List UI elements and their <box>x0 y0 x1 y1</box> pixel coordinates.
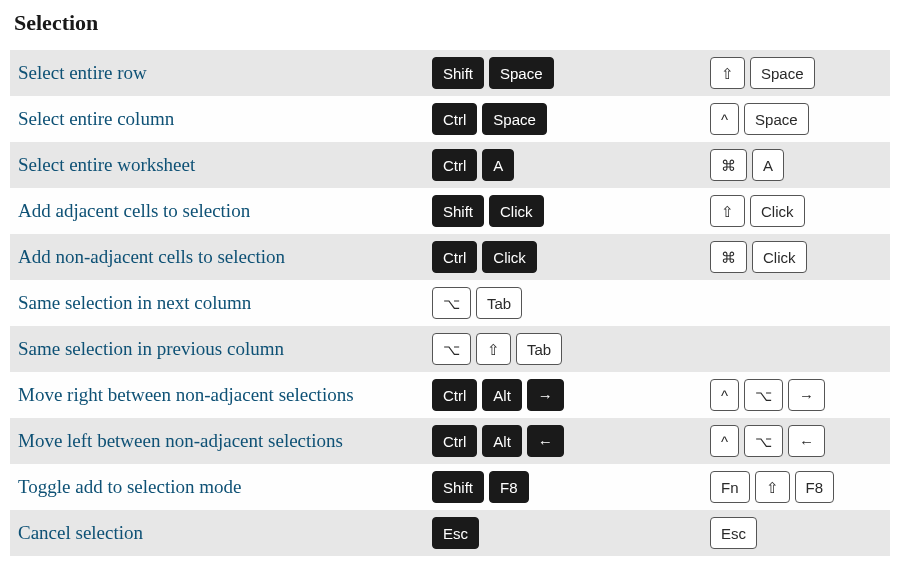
description-cell: Select entire column <box>10 108 432 130</box>
keyboard-key: Shift <box>432 195 484 227</box>
windows-shortcut-cell: CtrlClick <box>432 241 710 273</box>
description-cell: Move left between non-adjacent selection… <box>10 430 432 452</box>
section-title: Selection <box>10 10 890 36</box>
shortcut-description-link[interactable]: Select entire column <box>18 108 174 129</box>
keyboard-key: ⌘ <box>710 241 747 273</box>
shortcut-description-link[interactable]: Move right between non-adjacent selectio… <box>18 384 354 405</box>
description-cell: Select entire row <box>10 62 432 84</box>
mac-shortcut-cell: ⌘Click <box>710 241 890 273</box>
keyboard-key: A <box>752 149 784 181</box>
shortcut-description-link[interactable]: Select entire worksheet <box>18 154 195 175</box>
keyboard-key: Click <box>489 195 544 227</box>
windows-shortcut-cell: CtrlAlt← <box>432 425 710 457</box>
mac-shortcut-cell: ^Space <box>710 103 890 135</box>
keyboard-key: ← <box>527 425 564 457</box>
description-cell: Add adjacent cells to selection <box>10 200 432 222</box>
description-cell: Same selection in next column <box>10 292 432 314</box>
shortcut-description-link[interactable]: Add non-adjacent cells to selection <box>18 246 285 267</box>
mac-shortcut-cell: ^⌥→ <box>710 379 890 411</box>
description-cell: Cancel selection <box>10 522 432 544</box>
table-row: Select entire rowShiftSpace⇧Space <box>10 50 890 96</box>
keyboard-key: Shift <box>432 57 484 89</box>
shortcut-description-link[interactable]: Move left between non-adjacent selection… <box>18 430 343 451</box>
shortcuts-table: Select entire rowShiftSpace⇧SpaceSelect … <box>10 50 890 556</box>
table-row: Add adjacent cells to selectionShiftClic… <box>10 188 890 234</box>
keyboard-key: Tab <box>476 287 522 319</box>
table-row: Cancel selectionEscEsc <box>10 510 890 556</box>
shortcut-description-link[interactable]: Add adjacent cells to selection <box>18 200 250 221</box>
description-cell: Move right between non-adjacent selectio… <box>10 384 432 406</box>
keyboard-key: ← <box>788 425 825 457</box>
keyboard-key: Fn <box>710 471 750 503</box>
keyboard-key: Esc <box>710 517 757 549</box>
keyboard-key: → <box>527 379 564 411</box>
shortcut-description-link[interactable]: Cancel selection <box>18 522 143 543</box>
table-row: Move right between non-adjacent selectio… <box>10 372 890 418</box>
keyboard-key: ⌥ <box>744 425 783 457</box>
keyboard-key: Space <box>489 57 554 89</box>
keyboard-key: ^ <box>710 379 739 411</box>
table-row: Same selection in next column⌥Tab <box>10 280 890 326</box>
keyboard-key: ⇧ <box>710 57 745 89</box>
keyboard-key: Space <box>744 103 809 135</box>
windows-shortcut-cell: ⌥Tab <box>432 287 710 319</box>
windows-shortcut-cell: Esc <box>432 517 710 549</box>
keyboard-key: ^ <box>710 103 739 135</box>
keyboard-key: Space <box>750 57 815 89</box>
keyboard-key: Click <box>482 241 537 273</box>
windows-shortcut-cell: ShiftSpace <box>432 57 710 89</box>
table-row: Add non-adjacent cells to selectionCtrlC… <box>10 234 890 280</box>
keyboard-key: ⌥ <box>432 287 471 319</box>
keyboard-key: → <box>788 379 825 411</box>
keyboard-key: ⇧ <box>710 195 745 227</box>
windows-shortcut-cell: CtrlSpace <box>432 103 710 135</box>
shortcut-description-link[interactable]: Select entire row <box>18 62 147 83</box>
mac-shortcut-cell: ⇧Space <box>710 57 890 89</box>
keyboard-key: Esc <box>432 517 479 549</box>
keyboard-key: Click <box>750 195 805 227</box>
keyboard-key: ^ <box>710 425 739 457</box>
windows-shortcut-cell: CtrlAlt→ <box>432 379 710 411</box>
description-cell: Toggle add to selection mode <box>10 476 432 498</box>
description-cell: Select entire worksheet <box>10 154 432 176</box>
keyboard-key: Ctrl <box>432 103 477 135</box>
description-cell: Add non-adjacent cells to selection <box>10 246 432 268</box>
keyboard-key: A <box>482 149 514 181</box>
table-row: Select entire worksheetCtrlA⌘A <box>10 142 890 188</box>
windows-shortcut-cell: ⌥⇧Tab <box>432 333 710 365</box>
keyboard-key: ⇧ <box>476 333 511 365</box>
mac-shortcut-cell: Esc <box>710 517 890 549</box>
shortcut-description-link[interactable]: Same selection in next column <box>18 292 251 313</box>
mac-shortcut-cell: Fn⇧F8 <box>710 471 890 503</box>
keyboard-key: Ctrl <box>432 149 477 181</box>
keyboard-key: F8 <box>489 471 529 503</box>
windows-shortcut-cell: CtrlA <box>432 149 710 181</box>
keyboard-key: ⌥ <box>744 379 783 411</box>
keyboard-key: Click <box>752 241 807 273</box>
windows-shortcut-cell: ShiftF8 <box>432 471 710 503</box>
shortcut-description-link[interactable]: Same selection in previous column <box>18 338 284 359</box>
table-row: Select entire columnCtrlSpace^Space <box>10 96 890 142</box>
keyboard-key: Alt <box>482 379 522 411</box>
keyboard-key: ⌥ <box>432 333 471 365</box>
keyboard-key: Space <box>482 103 547 135</box>
keyboard-key: Shift <box>432 471 484 503</box>
windows-shortcut-cell: ShiftClick <box>432 195 710 227</box>
keyboard-key: ⇧ <box>755 471 790 503</box>
table-row: Move left between non-adjacent selection… <box>10 418 890 464</box>
keyboard-key: F8 <box>795 471 835 503</box>
keyboard-key: Ctrl <box>432 241 477 273</box>
keyboard-key: Ctrl <box>432 379 477 411</box>
description-cell: Same selection in previous column <box>10 338 432 360</box>
table-row: Same selection in previous column⌥⇧Tab <box>10 326 890 372</box>
mac-shortcut-cell: ^⌥← <box>710 425 890 457</box>
keyboard-key: ⌘ <box>710 149 747 181</box>
shortcut-description-link[interactable]: Toggle add to selection mode <box>18 476 241 497</box>
mac-shortcut-cell: ⌘A <box>710 149 890 181</box>
mac-shortcut-cell: ⇧Click <box>710 195 890 227</box>
keyboard-key: Tab <box>516 333 562 365</box>
keyboard-key: Alt <box>482 425 522 457</box>
table-row: Toggle add to selection modeShiftF8Fn⇧F8 <box>10 464 890 510</box>
keyboard-key: Ctrl <box>432 425 477 457</box>
